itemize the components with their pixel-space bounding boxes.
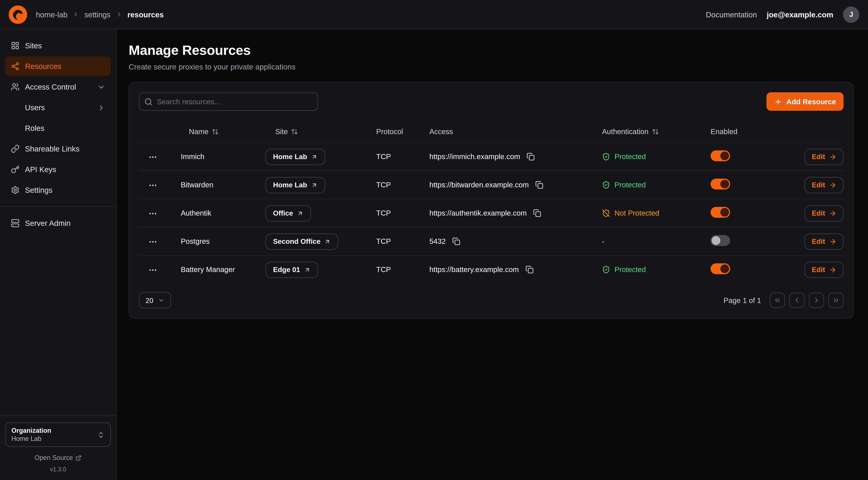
sidebar-item-label: Users bbox=[25, 103, 45, 112]
last-page-button[interactable] bbox=[828, 293, 844, 308]
sidebar-item-users[interactable]: Users bbox=[5, 98, 111, 117]
app-version: v1.3.0 bbox=[5, 466, 111, 472]
site-link[interactable]: Office bbox=[266, 205, 311, 221]
column-header-authentication[interactable]: Authentication bbox=[602, 127, 659, 136]
enabled-toggle[interactable] bbox=[711, 179, 730, 189]
copy-icon[interactable] bbox=[526, 151, 536, 162]
access-value: 5432 bbox=[429, 237, 446, 245]
users-icon bbox=[11, 83, 20, 91]
row-menu-button[interactable]: ⋯ bbox=[146, 179, 161, 191]
sidebar-item-label: Sites bbox=[25, 41, 42, 50]
sidebar-divider bbox=[0, 206, 116, 207]
resource-name: Battery Manager bbox=[181, 266, 235, 274]
sidebar-item-label: Resources bbox=[25, 62, 61, 70]
enabled-toggle[interactable] bbox=[711, 207, 730, 218]
resources-icon bbox=[11, 62, 20, 70]
row-menu-button[interactable]: ⋯ bbox=[146, 207, 161, 219]
auth-status: - bbox=[602, 237, 711, 245]
chevron-right-icon bbox=[116, 11, 123, 18]
enabled-toggle[interactable] bbox=[711, 150, 730, 161]
edit-button[interactable]: Edit bbox=[805, 233, 844, 249]
copy-icon[interactable] bbox=[532, 208, 542, 218]
main-content: Manage Resources Create secure proxies t… bbox=[117, 29, 868, 480]
server-icon bbox=[11, 219, 20, 228]
row-menu-button[interactable]: ⋯ bbox=[146, 263, 161, 276]
external-link-icon bbox=[75, 455, 82, 461]
arrow-right-icon bbox=[829, 266, 837, 273]
first-page-button[interactable] bbox=[770, 293, 785, 308]
sidebar-footer: Organization Home Lab Open Source v1.3.0 bbox=[0, 415, 116, 472]
search-input[interactable] bbox=[139, 92, 318, 111]
site-link[interactable]: Home Lab bbox=[266, 177, 325, 193]
enabled-toggle[interactable] bbox=[711, 235, 730, 246]
open-source-link[interactable]: Open Source bbox=[5, 454, 111, 461]
sidebar-item-server-admin[interactable]: Server Admin bbox=[5, 213, 111, 233]
sidebar-item-sites[interactable]: Sites bbox=[5, 36, 111, 55]
arrow-right-icon bbox=[829, 153, 837, 160]
access-value: https://authentik.example.com bbox=[429, 209, 527, 217]
sidebar-item-resources[interactable]: Resources bbox=[5, 57, 111, 76]
column-header-enabled: Enabled bbox=[711, 127, 785, 136]
next-page-button[interactable] bbox=[809, 293, 824, 308]
search-icon bbox=[145, 97, 153, 106]
column-header-site[interactable]: Site bbox=[275, 127, 298, 136]
chevron-right-icon bbox=[97, 103, 105, 112]
resources-toolbar: Add Resource bbox=[139, 92, 844, 111]
sort-icon bbox=[652, 128, 659, 135]
edit-button[interactable]: Edit bbox=[805, 177, 844, 193]
site-link[interactable]: Second Office bbox=[266, 233, 338, 249]
column-header-access: Access bbox=[429, 127, 602, 136]
breadcrumb-item-org[interactable]: home-lab bbox=[36, 10, 67, 19]
edit-button[interactable]: Edit bbox=[805, 205, 844, 221]
column-header-name[interactable]: Name bbox=[189, 127, 219, 136]
auth-status: Not Protected bbox=[602, 209, 711, 217]
edit-button[interactable]: Edit bbox=[805, 262, 844, 278]
copy-icon[interactable] bbox=[534, 180, 545, 190]
resource-name: Bitwarden bbox=[181, 181, 213, 189]
documentation-link[interactable]: Documentation bbox=[706, 10, 757, 19]
search-box bbox=[139, 92, 318, 111]
user-email[interactable]: joe@example.com bbox=[767, 10, 833, 19]
organization-selector[interactable]: Organization Home Lab bbox=[5, 422, 111, 447]
pagination: Page 1 of 1 bbox=[723, 293, 844, 308]
table-row: ⋯ Bitwarden Home Lab TCP https://bitward… bbox=[139, 171, 844, 199]
row-menu-button[interactable]: ⋯ bbox=[146, 235, 161, 248]
site-link[interactable]: Home Lab bbox=[266, 149, 325, 165]
arrow-up-right-icon bbox=[297, 210, 304, 216]
copy-icon[interactable] bbox=[524, 264, 534, 275]
avatar[interactable]: J bbox=[843, 6, 859, 23]
sidebar-item-access-control[interactable]: Access Control bbox=[5, 77, 111, 97]
table-footer: 20 Page 1 of 1 bbox=[139, 292, 844, 308]
sidebar-item-api-keys[interactable]: API Keys bbox=[5, 160, 111, 179]
add-resource-label: Add Resource bbox=[786, 97, 836, 106]
shield-check-icon bbox=[602, 153, 610, 161]
edit-button[interactable]: Edit bbox=[805, 149, 844, 165]
breadcrumb-item-settings[interactable]: settings bbox=[84, 10, 111, 19]
sidebar-item-shareable-links[interactable]: Shareable Links bbox=[5, 139, 111, 158]
sidebar-item-settings[interactable]: Settings bbox=[5, 180, 111, 200]
sidebar-item-label: Roles bbox=[25, 124, 44, 132]
column-header-protocol: Protocol bbox=[376, 127, 429, 136]
open-source-label: Open Source bbox=[35, 454, 73, 461]
table-row: ⋯ Authentik Office TCP https://authentik… bbox=[139, 199, 844, 227]
protocol-value: TCP bbox=[376, 209, 391, 217]
auth-status: Protected bbox=[602, 266, 711, 274]
resource-name: Immich bbox=[181, 153, 205, 161]
page-size-select[interactable]: 20 bbox=[139, 292, 171, 308]
enabled-toggle[interactable] bbox=[711, 263, 730, 274]
sidebar-item-roles[interactable]: Roles bbox=[5, 118, 111, 138]
site-link[interactable]: Edge 01 bbox=[266, 262, 318, 278]
arrow-up-right-icon bbox=[304, 266, 310, 273]
chevron-down-icon bbox=[158, 297, 165, 303]
copy-icon[interactable] bbox=[451, 236, 461, 246]
app-logo-icon[interactable] bbox=[9, 5, 27, 24]
row-menu-button[interactable]: ⋯ bbox=[146, 150, 161, 163]
sidebar-item-label: Shareable Links bbox=[25, 144, 80, 153]
breadcrumb: home-lab settings resources bbox=[36, 10, 164, 19]
add-resource-button[interactable]: Add Resource bbox=[767, 92, 844, 111]
protocol-value: TCP bbox=[376, 237, 391, 245]
sidebar-item-label: Settings bbox=[25, 186, 53, 194]
prev-page-button[interactable] bbox=[789, 293, 805, 308]
chevrons-up-down-icon bbox=[97, 431, 105, 439]
chevrons-left-icon bbox=[774, 297, 781, 304]
